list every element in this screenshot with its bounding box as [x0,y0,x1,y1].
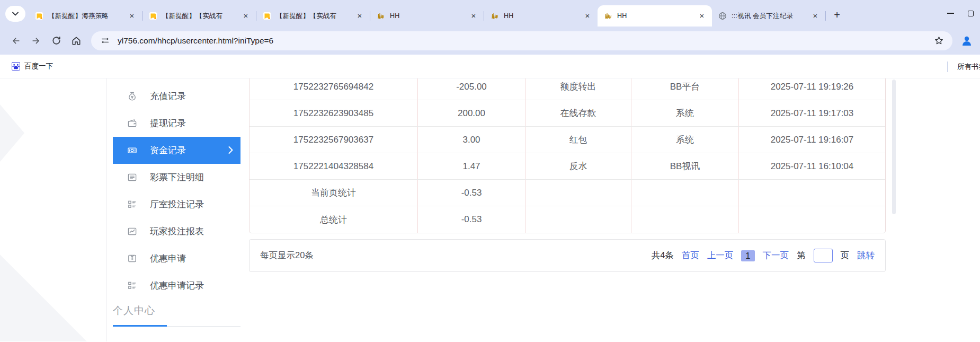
pagination-bar: 每页显示20条 共4条 首页 上一页 1 下一页 第 页 跳转 [249,239,886,272]
tab-title: HH [617,12,697,20]
cell-platform: BB视讯 [631,153,739,179]
tab-video-records[interactable]: :::视讯 会员下注纪录 × [712,5,825,27]
summary-label: 当前页统计 [250,180,418,206]
jump-suffix-label: 页 [841,250,850,261]
sidebar-item-label: 充值记录 [150,90,186,102]
tab-hh-2[interactable]: HH × [484,5,598,27]
summary-row-total: 总统计 -0.53 [250,206,885,233]
cell-platform: BB平台 [631,78,739,100]
cell-type: 在线存款 [525,100,631,126]
baidu-paw-icon [12,62,20,71]
cell-amount: -205.00 [418,78,525,100]
reload-button[interactable] [48,32,65,49]
cell-order-id: 1752232567903637 [250,127,418,153]
cell-time: 2025-07-11 19:17:03 [739,100,885,126]
tab-title: HH [390,12,469,20]
cell-order-id: 1752232623903485 [250,100,418,126]
next-page-link[interactable]: 下一页 [763,250,789,261]
url-input[interactable]: yl756.com/hhcp/usercenter.html?iniType=6 [118,36,931,46]
close-icon[interactable]: × [583,11,592,21]
sidebar-item-withdraw-records[interactable]: 提现记录 [113,110,240,137]
scrollbar-thumb[interactable] [892,80,896,214]
reload-icon [51,36,61,46]
bookmark-label: 百度一下 [24,62,53,71]
new-tab-button[interactable]: + [829,7,845,23]
empty-cell [525,180,631,206]
list-icon [127,280,137,291]
jump-button[interactable]: 跳转 [857,250,875,261]
tab-hh-1[interactable]: HH × [370,5,484,27]
empty-cell [739,180,885,206]
close-icon[interactable]: × [355,11,364,21]
empty-cell [631,206,739,233]
close-icon[interactable]: × [469,11,478,21]
table-row: 1752232623903485 200.00 在线存款 系统 2025-07-… [250,100,885,127]
user-center-sidebar: 充值记录 提现记录 资金记录 彩票下注明细 厅室投注记录 玩家 [113,83,240,327]
tab-hh-active[interactable]: HH × [598,5,712,27]
forward-arrow-icon [31,36,41,46]
tab-forum-1[interactable]: 【新提醒】海燕策略 × [29,5,142,27]
bookmark-baidu[interactable]: 百度一下 [7,58,57,74]
section-underline [113,325,240,327]
cell-time: 2025-07-11 16:10:04 [739,153,885,179]
tab-title: 【新提醒】海燕策略 [48,12,127,21]
cell-time: 2025-07-11 19:19:26 [739,78,885,100]
minimize-button[interactable] [947,13,954,14]
all-bookmarks-label[interactable]: 所有书签 [957,62,980,72]
page-jump-input[interactable] [814,249,833,262]
bookmark-star-button[interactable] [931,33,946,48]
forum-favicon [263,12,271,20]
bookmarks-overflow: 所有书签 [947,55,980,78]
sidebar-item-label: 提现记录 [150,117,186,129]
sidebar-item-label: 资金记录 [150,144,186,156]
sidebar-item-lottery-bet-details[interactable]: 彩票下注明细 [113,164,240,191]
tab-forum-2[interactable]: 【新提醒】【实战有 × [142,5,256,27]
sidebar-item-label: 厅室投注记录 [150,198,204,211]
coupon-icon [127,253,137,264]
table-row: 1752232567903637 3.00 红包 系统 2025-07-11 1… [250,127,885,153]
tab-search-button[interactable] [5,6,25,22]
address-bar[interactable]: yl756.com/hhcp/usercenter.html?iniType=6 [91,31,952,50]
sidebar-item-label: 优惠申请记录 [150,279,204,292]
tab-forum-3[interactable]: 【新提醒】【实战有 × [256,5,370,27]
profile-avatar-icon [960,34,973,47]
close-icon[interactable]: × [241,11,251,21]
prev-page-link[interactable]: 上一页 [707,250,734,261]
close-icon[interactable]: × [127,11,137,21]
browser-toolbar: yl756.com/hhcp/usercenter.html?iniType=6 [0,27,980,55]
gold-scribble-favicon [377,12,385,20]
tab-title: 【新提醒】【实战有 [162,12,241,21]
sidebar-item-promo-apply[interactable]: 优惠申请 [113,245,240,272]
tab-separator [825,11,826,21]
back-button[interactable] [7,32,24,49]
summary-row-current-page: 当前页统计 -0.53 [250,180,885,206]
table-row: 1752221404328584 1.47 反水 BB视讯 2025-07-11… [250,153,885,180]
forward-button[interactable] [28,32,44,49]
bookmarks-bar: 百度一下 所有书签 [0,55,980,78]
decor-triangle [0,104,24,162]
home-button[interactable] [68,32,85,49]
window-controls [947,0,976,27]
globe-icon [718,12,727,20]
section-title: 个人中心 [113,304,240,318]
sidebar-item-deposit-records[interactable]: 充值记录 [113,83,240,110]
sidebar-section-personal-center: 个人中心 [113,304,240,327]
cell-amount: 200.00 [418,100,525,126]
first-page-link[interactable]: 首页 [682,250,699,261]
summary-amount: -0.53 [418,180,525,206]
sidebar-item-player-bet-report[interactable]: 玩家投注报表 [113,218,240,245]
total-count-text: 共4条 [652,250,674,261]
profile-button[interactable] [959,33,975,49]
empty-cell [525,206,631,233]
empty-cell [631,180,739,206]
tune-icon [101,36,110,45]
close-icon[interactable]: × [810,11,820,21]
summary-label: 总统计 [250,206,418,233]
sidebar-item-promo-apply-records[interactable]: 优惠申请记录 [113,272,240,299]
maximize-button[interactable] [968,11,974,16]
sidebar-item-hall-bet-records[interactable]: 厅室投注记录 [113,191,240,218]
site-settings-button[interactable] [97,33,112,48]
close-icon[interactable]: × [697,11,707,21]
sidebar-item-fund-records[interactable]: 资金记录 [113,137,240,164]
sidebar-item-label: 玩家投注报表 [150,225,204,238]
